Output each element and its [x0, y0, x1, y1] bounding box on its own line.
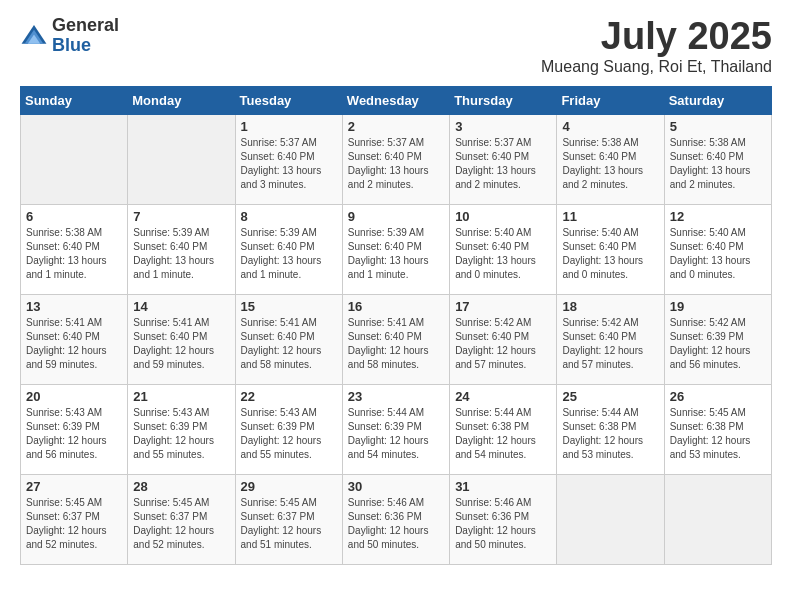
day-number: 5	[670, 119, 766, 134]
cell-info: Sunrise: 5:39 AM Sunset: 6:40 PM Dayligh…	[241, 226, 337, 282]
cell-info: Sunrise: 5:43 AM Sunset: 6:39 PM Dayligh…	[133, 406, 229, 462]
location-title: Mueang Suang, Roi Et, Thailand	[541, 58, 772, 76]
day-number: 10	[455, 209, 551, 224]
day-number: 26	[670, 389, 766, 404]
logo-blue-label: Blue	[52, 36, 119, 56]
day-number: 13	[26, 299, 122, 314]
calendar-cell: 25Sunrise: 5:44 AM Sunset: 6:38 PM Dayli…	[557, 384, 664, 474]
cell-info: Sunrise: 5:45 AM Sunset: 6:37 PM Dayligh…	[241, 496, 337, 552]
calendar-cell: 20Sunrise: 5:43 AM Sunset: 6:39 PM Dayli…	[21, 384, 128, 474]
calendar-cell: 6Sunrise: 5:38 AM Sunset: 6:40 PM Daylig…	[21, 204, 128, 294]
calendar-cell	[557, 474, 664, 564]
calendar-cell: 1Sunrise: 5:37 AM Sunset: 6:40 PM Daylig…	[235, 114, 342, 204]
logo-text: General Blue	[52, 16, 119, 56]
cell-info: Sunrise: 5:37 AM Sunset: 6:40 PM Dayligh…	[241, 136, 337, 192]
calendar-cell: 16Sunrise: 5:41 AM Sunset: 6:40 PM Dayli…	[342, 294, 449, 384]
cell-info: Sunrise: 5:44 AM Sunset: 6:38 PM Dayligh…	[455, 406, 551, 462]
day-number: 14	[133, 299, 229, 314]
page-header: General Blue July 2025 Mueang Suang, Roi…	[20, 16, 772, 76]
logo-icon	[20, 22, 48, 50]
cell-info: Sunrise: 5:39 AM Sunset: 6:40 PM Dayligh…	[133, 226, 229, 282]
calendar-cell: 23Sunrise: 5:44 AM Sunset: 6:39 PM Dayli…	[342, 384, 449, 474]
calendar-header-row: SundayMondayTuesdayWednesdayThursdayFrid…	[21, 86, 772, 114]
calendar-week-row: 20Sunrise: 5:43 AM Sunset: 6:39 PM Dayli…	[21, 384, 772, 474]
logo: General Blue	[20, 16, 119, 56]
calendar-cell	[128, 114, 235, 204]
calendar-header-thursday: Thursday	[450, 86, 557, 114]
day-number: 27	[26, 479, 122, 494]
calendar-header-tuesday: Tuesday	[235, 86, 342, 114]
calendar-cell: 8Sunrise: 5:39 AM Sunset: 6:40 PM Daylig…	[235, 204, 342, 294]
cell-info: Sunrise: 5:38 AM Sunset: 6:40 PM Dayligh…	[670, 136, 766, 192]
cell-info: Sunrise: 5:38 AM Sunset: 6:40 PM Dayligh…	[562, 136, 658, 192]
cell-info: Sunrise: 5:46 AM Sunset: 6:36 PM Dayligh…	[348, 496, 444, 552]
calendar-cell: 27Sunrise: 5:45 AM Sunset: 6:37 PM Dayli…	[21, 474, 128, 564]
calendar-week-row: 6Sunrise: 5:38 AM Sunset: 6:40 PM Daylig…	[21, 204, 772, 294]
day-number: 1	[241, 119, 337, 134]
calendar-cell	[21, 114, 128, 204]
calendar-header-saturday: Saturday	[664, 86, 771, 114]
calendar-cell: 9Sunrise: 5:39 AM Sunset: 6:40 PM Daylig…	[342, 204, 449, 294]
cell-info: Sunrise: 5:37 AM Sunset: 6:40 PM Dayligh…	[348, 136, 444, 192]
calendar-cell	[664, 474, 771, 564]
day-number: 19	[670, 299, 766, 314]
cell-info: Sunrise: 5:38 AM Sunset: 6:40 PM Dayligh…	[26, 226, 122, 282]
day-number: 31	[455, 479, 551, 494]
day-number: 4	[562, 119, 658, 134]
cell-info: Sunrise: 5:37 AM Sunset: 6:40 PM Dayligh…	[455, 136, 551, 192]
cell-info: Sunrise: 5:45 AM Sunset: 6:37 PM Dayligh…	[26, 496, 122, 552]
calendar-cell: 14Sunrise: 5:41 AM Sunset: 6:40 PM Dayli…	[128, 294, 235, 384]
day-number: 16	[348, 299, 444, 314]
calendar-cell: 19Sunrise: 5:42 AM Sunset: 6:39 PM Dayli…	[664, 294, 771, 384]
calendar-cell: 28Sunrise: 5:45 AM Sunset: 6:37 PM Dayli…	[128, 474, 235, 564]
calendar-cell: 11Sunrise: 5:40 AM Sunset: 6:40 PM Dayli…	[557, 204, 664, 294]
calendar-table: SundayMondayTuesdayWednesdayThursdayFrid…	[20, 86, 772, 565]
day-number: 11	[562, 209, 658, 224]
calendar-cell: 4Sunrise: 5:38 AM Sunset: 6:40 PM Daylig…	[557, 114, 664, 204]
cell-info: Sunrise: 5:40 AM Sunset: 6:40 PM Dayligh…	[455, 226, 551, 282]
title-block: July 2025 Mueang Suang, Roi Et, Thailand	[541, 16, 772, 76]
cell-info: Sunrise: 5:41 AM Sunset: 6:40 PM Dayligh…	[241, 316, 337, 372]
day-number: 12	[670, 209, 766, 224]
calendar-cell: 17Sunrise: 5:42 AM Sunset: 6:40 PM Dayli…	[450, 294, 557, 384]
calendar-cell: 21Sunrise: 5:43 AM Sunset: 6:39 PM Dayli…	[128, 384, 235, 474]
calendar-cell: 7Sunrise: 5:39 AM Sunset: 6:40 PM Daylig…	[128, 204, 235, 294]
cell-info: Sunrise: 5:42 AM Sunset: 6:40 PM Dayligh…	[562, 316, 658, 372]
day-number: 2	[348, 119, 444, 134]
logo-general-label: General	[52, 16, 119, 36]
day-number: 18	[562, 299, 658, 314]
day-number: 7	[133, 209, 229, 224]
calendar-cell: 3Sunrise: 5:37 AM Sunset: 6:40 PM Daylig…	[450, 114, 557, 204]
calendar-header-wednesday: Wednesday	[342, 86, 449, 114]
cell-info: Sunrise: 5:45 AM Sunset: 6:38 PM Dayligh…	[670, 406, 766, 462]
day-number: 3	[455, 119, 551, 134]
calendar-header-friday: Friday	[557, 86, 664, 114]
day-number: 21	[133, 389, 229, 404]
calendar-cell: 2Sunrise: 5:37 AM Sunset: 6:40 PM Daylig…	[342, 114, 449, 204]
calendar-cell: 15Sunrise: 5:41 AM Sunset: 6:40 PM Dayli…	[235, 294, 342, 384]
day-number: 30	[348, 479, 444, 494]
calendar-cell: 18Sunrise: 5:42 AM Sunset: 6:40 PM Dayli…	[557, 294, 664, 384]
calendar-cell: 31Sunrise: 5:46 AM Sunset: 6:36 PM Dayli…	[450, 474, 557, 564]
calendar-cell: 12Sunrise: 5:40 AM Sunset: 6:40 PM Dayli…	[664, 204, 771, 294]
day-number: 9	[348, 209, 444, 224]
day-number: 23	[348, 389, 444, 404]
cell-info: Sunrise: 5:40 AM Sunset: 6:40 PM Dayligh…	[562, 226, 658, 282]
cell-info: Sunrise: 5:40 AM Sunset: 6:40 PM Dayligh…	[670, 226, 766, 282]
cell-info: Sunrise: 5:44 AM Sunset: 6:38 PM Dayligh…	[562, 406, 658, 462]
day-number: 20	[26, 389, 122, 404]
calendar-header-sunday: Sunday	[21, 86, 128, 114]
calendar-header-monday: Monday	[128, 86, 235, 114]
calendar-week-row: 13Sunrise: 5:41 AM Sunset: 6:40 PM Dayli…	[21, 294, 772, 384]
calendar-cell: 5Sunrise: 5:38 AM Sunset: 6:40 PM Daylig…	[664, 114, 771, 204]
cell-info: Sunrise: 5:45 AM Sunset: 6:37 PM Dayligh…	[133, 496, 229, 552]
cell-info: Sunrise: 5:44 AM Sunset: 6:39 PM Dayligh…	[348, 406, 444, 462]
day-number: 24	[455, 389, 551, 404]
day-number: 28	[133, 479, 229, 494]
cell-info: Sunrise: 5:46 AM Sunset: 6:36 PM Dayligh…	[455, 496, 551, 552]
day-number: 17	[455, 299, 551, 314]
cell-info: Sunrise: 5:43 AM Sunset: 6:39 PM Dayligh…	[241, 406, 337, 462]
calendar-cell: 13Sunrise: 5:41 AM Sunset: 6:40 PM Dayli…	[21, 294, 128, 384]
day-number: 15	[241, 299, 337, 314]
cell-info: Sunrise: 5:41 AM Sunset: 6:40 PM Dayligh…	[133, 316, 229, 372]
